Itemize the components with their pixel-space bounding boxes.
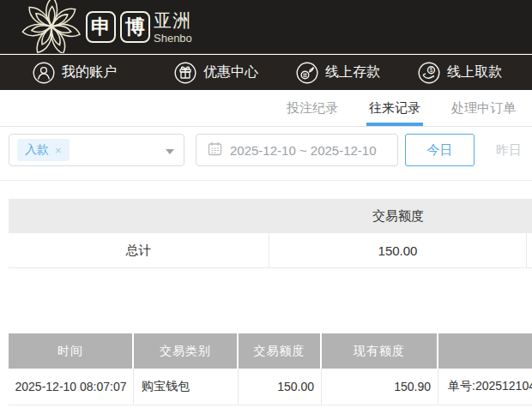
nav-item-label: 优惠中心 (203, 63, 258, 81)
nav-item-label: 线上存款 (325, 63, 380, 81)
col-header-category: 交易类别 (134, 333, 237, 369)
cell-time: 2025-12-10 08:07:07 (9, 369, 134, 405)
cell-category: 购宝钱包 (134, 369, 239, 405)
section-divider (0, 180, 532, 181)
records-header-row: 时间 交易类别 交易额度 现有额度 (9, 333, 532, 369)
summary-total-label: 总计 (9, 233, 269, 267)
brand-region: 亚洲 (154, 11, 192, 29)
summary-header-empty (9, 199, 269, 233)
nav-item-label: 我的账户 (62, 63, 117, 81)
deposit-icon (296, 62, 318, 84)
summary-total-value: 150.00 (269, 233, 527, 267)
today-button[interactable]: 今日 (405, 134, 475, 166)
transaction-type-select[interactable]: 入款 × (9, 134, 184, 166)
type-tag-label: 入款 (25, 142, 49, 158)
summary-header-amount: 交易额度 (269, 199, 527, 233)
cell-amount: 150.00 (239, 369, 322, 405)
summary-total-row: 总计 150.00 (9, 233, 532, 268)
record-tabs: 投注纪录 往来记录 处理中订单 (0, 90, 532, 127)
gift-icon (174, 62, 196, 84)
nav-item-deposit[interactable]: 线上存款 (296, 55, 380, 90)
chevron-down-icon (166, 149, 174, 154)
brand-name-en: Shenbo (154, 33, 192, 44)
svg-text:$: $ (430, 67, 433, 73)
records-table: 时间 交易类别 交易额度 现有额度 2025-12-10 08:07:07 购宝… (9, 333, 532, 405)
withdraw-icon: $ (418, 62, 440, 84)
date-range-value: 2025-12-10 ~ 2025-12-10 (230, 143, 377, 158)
summary-header-row: 交易额度 (9, 199, 532, 233)
calendar-icon (208, 141, 222, 159)
nav-item-promotions[interactable]: 优惠中心 (174, 55, 258, 90)
cell-balance: 150.90 (322, 369, 438, 405)
col-header-amount: 交易额度 (239, 333, 320, 369)
col-header-balance: 现有额度 (322, 333, 437, 369)
tab-transaction-records[interactable]: 往来记录 (366, 90, 423, 126)
cell-note: 单号:202512104 (438, 369, 532, 405)
summary-table: 交易额度 总计 150.00 (9, 199, 532, 268)
nav-item-my-account[interactable]: 我的账户 (33, 55, 117, 90)
yesterday-button[interactable]: 昨日 (475, 134, 532, 166)
date-range-picker[interactable]: 2025-12-10 ~ 2025-12-10 (196, 134, 398, 166)
nav-item-label: 线上取款 (447, 63, 502, 81)
type-tag[interactable]: 入款 × (17, 139, 70, 161)
brand-char-1: 申 (86, 11, 116, 43)
col-header-time: 时间 (9, 333, 132, 369)
tag-remove-icon[interactable]: × (55, 144, 62, 157)
tab-betting-records[interactable]: 投注纪录 (284, 90, 341, 126)
brand-bar: 申 博 亚洲 Shenbo (0, 0, 532, 54)
nav-item-withdraw[interactable]: $ 线上取款 (418, 55, 502, 90)
col-header-note (438, 333, 532, 369)
table-row: 2025-12-10 08:07:07 购宝钱包 150.00 150.90 单… (9, 369, 532, 405)
brand-char-2: 博 (120, 11, 150, 43)
tab-pending-orders[interactable]: 处理中订单 (449, 90, 518, 126)
user-icon (33, 62, 55, 84)
brand-flower-icon (19, 0, 84, 54)
main-nav: 我的账户 优惠中心 线上存款 (0, 55, 532, 90)
